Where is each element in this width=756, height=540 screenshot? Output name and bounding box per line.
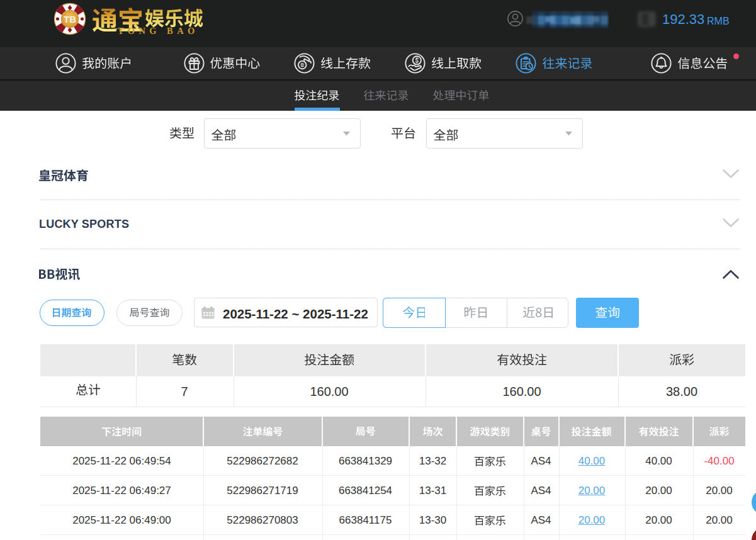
svg-text:TONG BAO: TONG BAO: [118, 26, 199, 36]
svg-text:TB: TB: [64, 14, 76, 25]
